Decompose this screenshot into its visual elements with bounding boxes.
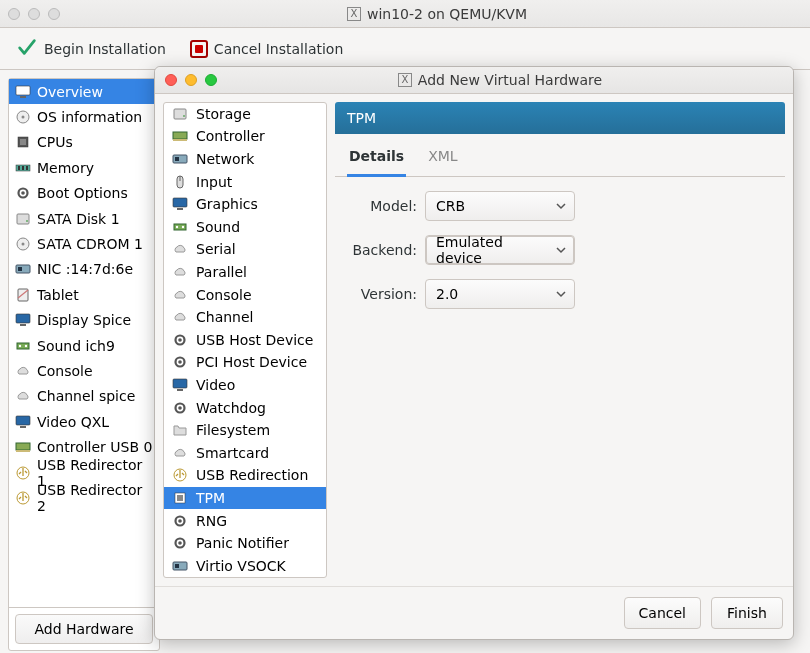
card-icon: [15, 439, 31, 455]
disk-icon: [172, 106, 188, 122]
list-item[interactable]: Input: [164, 170, 326, 193]
list-item-label: Panic Notifier: [196, 535, 289, 551]
add-hardware-dialog: X Add New Virtual Hardware StorageContro…: [154, 66, 794, 640]
list-item[interactable]: Network: [164, 148, 326, 171]
list-item[interactable]: Sound: [164, 216, 326, 239]
svg-rect-5: [20, 139, 26, 145]
list-item[interactable]: Video QXL: [9, 409, 159, 434]
svg-rect-22: [17, 343, 29, 349]
begin-install-button[interactable]: Begin Installation: [16, 36, 166, 61]
svg-rect-12: [17, 214, 29, 224]
monitor-icon: [15, 84, 31, 100]
monitor-icon: [172, 377, 188, 393]
list-item[interactable]: Console: [9, 358, 159, 383]
list-item[interactable]: USB Redirector 2: [9, 485, 159, 510]
svg-point-23: [19, 344, 21, 346]
list-item[interactable]: CPUs: [9, 130, 159, 155]
svg-rect-34: [173, 139, 187, 141]
chevron-down-icon: [556, 198, 566, 214]
list-item[interactable]: USB Host Device: [164, 328, 326, 351]
list-item[interactable]: USB Redirection: [164, 464, 326, 487]
max-dot[interactable]: [48, 8, 60, 20]
list-item[interactable]: SATA CDROM 1: [9, 231, 159, 256]
list-item[interactable]: Memory: [9, 155, 159, 180]
list-item-label: Channel spice: [37, 388, 135, 404]
app-x-icon: X: [398, 73, 412, 87]
cloud-icon: [172, 309, 188, 325]
cloud-icon: [172, 241, 188, 257]
list-item[interactable]: Controller: [164, 125, 326, 148]
list-item[interactable]: NIC :14:7d:6e: [9, 257, 159, 282]
svg-point-45: [178, 338, 182, 342]
close-dot[interactable]: [8, 8, 20, 20]
list-item[interactable]: Channel: [164, 306, 326, 329]
gear-icon: [172, 400, 188, 416]
backend-combo[interactable]: Emulated device: [425, 235, 575, 265]
list-item[interactable]: Display Spice: [9, 308, 159, 333]
svg-rect-31: [174, 109, 186, 119]
list-item[interactable]: Storage: [164, 103, 326, 126]
list-item[interactable]: Virtio VSOCK: [164, 554, 326, 577]
list-item-label: USB Host Device: [196, 332, 313, 348]
add-hardware-button[interactable]: Add Hardware: [15, 614, 153, 644]
list-item[interactable]: TPM: [164, 487, 326, 510]
version-combo[interactable]: 2.0: [425, 279, 575, 309]
folder-icon: [172, 422, 188, 438]
list-item-label: PCI Host Device: [196, 354, 307, 370]
list-item[interactable]: Overview: [9, 79, 159, 104]
tab-details[interactable]: Details: [347, 142, 406, 177]
list-item[interactable]: RNG: [164, 509, 326, 532]
svg-rect-20: [16, 314, 30, 323]
tab-xml[interactable]: XML: [426, 142, 459, 176]
list-item[interactable]: Tablet: [9, 282, 159, 307]
list-item[interactable]: Boot Options: [9, 181, 159, 206]
svg-point-43: [182, 226, 184, 228]
list-item[interactable]: Graphics: [164, 193, 326, 216]
list-item-label: OS information: [37, 109, 142, 125]
list-item[interactable]: Panic Notifier: [164, 532, 326, 555]
list-item[interactable]: Console: [164, 283, 326, 306]
backend-label: Backend:: [347, 242, 417, 258]
list-item[interactable]: SATA Disk 1: [9, 206, 159, 231]
list-item-label: Controller: [196, 128, 265, 144]
stop-icon: [190, 40, 208, 58]
min-dot[interactable]: [28, 8, 40, 20]
dialog-max[interactable]: [205, 74, 217, 86]
dialog-close[interactable]: [165, 74, 177, 86]
list-item[interactable]: PCI Host Device: [164, 351, 326, 374]
cloud-icon: [172, 445, 188, 461]
dialog-titlebar: X Add New Virtual Hardware: [155, 67, 793, 94]
list-item[interactable]: Sound ich9: [9, 333, 159, 358]
vm-sidebar-list[interactable]: OverviewOS informationCPUsMemoryBoot Opt…: [9, 79, 159, 607]
list-item[interactable]: Parallel: [164, 261, 326, 284]
dialog-min[interactable]: [185, 74, 197, 86]
svg-rect-54: [177, 495, 183, 501]
vm-sidebar: OverviewOS informationCPUsMemoryBoot Opt…: [8, 78, 160, 651]
list-item[interactable]: Smartcard: [164, 441, 326, 464]
list-item[interactable]: OS information: [9, 104, 159, 129]
list-item[interactable]: Serial: [164, 238, 326, 261]
list-item-label: Video QXL: [37, 414, 109, 430]
cancel-button[interactable]: Cancel: [624, 597, 701, 629]
list-item[interactable]: Channel spice: [9, 384, 159, 409]
list-item-label: Sound ich9: [37, 338, 115, 354]
list-item[interactable]: Filesystem: [164, 419, 326, 442]
svg-rect-7: [18, 166, 20, 170]
cloud-icon: [15, 363, 31, 379]
nic-icon: [15, 261, 31, 277]
cancel-install-button[interactable]: Cancel Installation: [190, 40, 343, 58]
svg-point-32: [183, 115, 185, 117]
finish-button[interactable]: Finish: [711, 597, 783, 629]
chevron-down-icon: [556, 242, 566, 258]
hardware-type-list[interactable]: StorageControllerNetworkInputGraphicsSou…: [163, 102, 327, 578]
mouse-icon: [172, 174, 188, 190]
version-value: 2.0: [436, 286, 458, 302]
model-combo[interactable]: CRB: [425, 191, 575, 221]
list-item-label: NIC :14:7d:6e: [37, 261, 133, 277]
card-icon: [172, 128, 188, 144]
list-item[interactable]: Watchdog: [164, 396, 326, 419]
backend-value: Emulated device: [436, 234, 546, 266]
list-item[interactable]: Video: [164, 374, 326, 397]
svg-rect-1: [20, 96, 26, 98]
svg-rect-49: [177, 389, 183, 391]
